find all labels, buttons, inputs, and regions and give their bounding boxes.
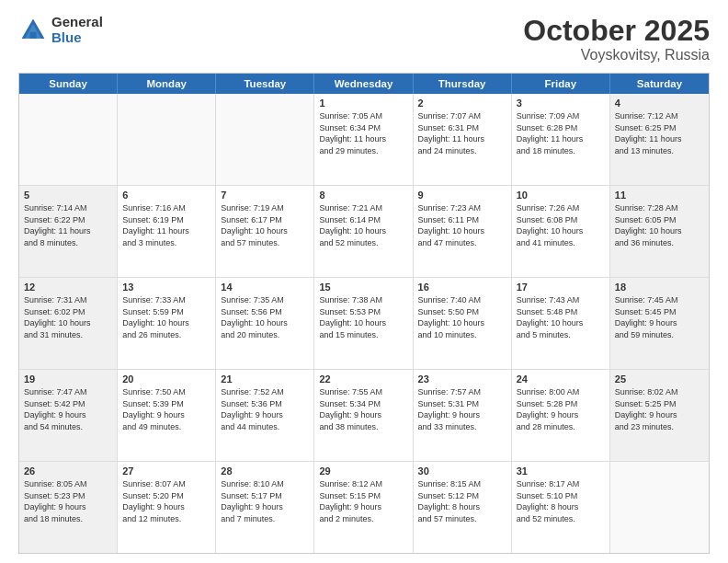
cell-line: Sunset: 5:50 PM: [418, 306, 506, 318]
cell-line: Daylight: 11 hours: [615, 133, 704, 145]
cal-cell: 4Sunrise: 7:12 AMSunset: 6:25 PMDaylight…: [610, 94, 709, 185]
cell-text: Sunrise: 7:12 AMSunset: 6:25 PMDaylight:…: [615, 110, 704, 156]
cell-text: Sunrise: 7:47 AMSunset: 5:42 PMDaylight:…: [24, 386, 112, 432]
day-number: 14: [221, 282, 309, 293]
cell-line: Sunset: 6:25 PM: [615, 122, 704, 134]
cal-row-1: 1Sunrise: 7:05 AMSunset: 6:34 PMDaylight…: [19, 94, 709, 186]
cell-line: and 3 minutes.: [122, 237, 210, 249]
logo-blue-text: Blue: [51, 30, 103, 46]
cell-line: and 54 minutes.: [24, 421, 112, 433]
cell-line: Daylight: 9 hours: [24, 409, 112, 421]
cell-line: Sunset: 5:56 PM: [221, 306, 309, 318]
cell-line: Daylight: 11 hours: [418, 133, 506, 145]
cell-line: Sunset: 6:31 PM: [418, 122, 506, 134]
cell-text: Sunrise: 7:16 AMSunset: 6:19 PMDaylight:…: [122, 202, 210, 248]
cell-text: Sunrise: 7:55 AMSunset: 5:34 PMDaylight:…: [319, 386, 407, 432]
cell-line: Sunrise: 7:38 AM: [319, 294, 407, 306]
cal-cell: [118, 94, 216, 185]
cell-line: Sunrise: 7:43 AM: [517, 294, 605, 306]
cell-line: and 5 minutes.: [517, 329, 605, 341]
cell-line: Daylight: 9 hours: [122, 409, 210, 421]
cal-cell: 22Sunrise: 7:55 AMSunset: 5:34 PMDayligh…: [314, 370, 413, 461]
cal-cell: [216, 94, 314, 185]
cell-line: Sunset: 5:17 PM: [221, 490, 309, 502]
cal-cell: 2Sunrise: 7:07 AMSunset: 6:31 PMDaylight…: [414, 94, 512, 185]
cell-line: Daylight: 9 hours: [319, 501, 407, 513]
cell-line: and 12 minutes.: [122, 513, 210, 525]
logo: General Blue: [18, 15, 103, 45]
cell-text: Sunrise: 7:45 AMSunset: 5:45 PMDaylight:…: [615, 294, 704, 340]
header-thursday: Thursday: [414, 74, 512, 94]
cell-text: Sunrise: 8:00 AMSunset: 5:28 PMDaylight:…: [517, 386, 605, 432]
cell-line: and 18 minutes.: [517, 145, 605, 157]
logo-icon: [18, 16, 48, 45]
header: General Blue October 2025 Voyskovitsy, R…: [18, 15, 710, 63]
day-number: 25: [615, 373, 704, 385]
cell-text: Sunrise: 8:15 AMSunset: 5:12 PMDaylight:…: [418, 478, 506, 524]
header-friday: Friday: [512, 74, 610, 94]
cal-cell: 11Sunrise: 7:28 AMSunset: 6:05 PMDayligh…: [610, 186, 709, 277]
cell-line: Sunrise: 7:50 AM: [122, 386, 210, 398]
cal-cell: 23Sunrise: 7:57 AMSunset: 5:31 PMDayligh…: [414, 370, 512, 461]
cell-line: and 18 minutes.: [24, 513, 112, 525]
day-number: 5: [24, 190, 112, 201]
cal-cell: 1Sunrise: 7:05 AMSunset: 6:34 PMDaylight…: [314, 94, 413, 185]
cell-line: and 28 minutes.: [517, 421, 605, 433]
cell-line: Daylight: 10 hours: [418, 317, 506, 329]
cell-line: Daylight: 9 hours: [24, 501, 112, 513]
cell-line: and 47 minutes.: [418, 237, 506, 249]
cell-text: Sunrise: 8:07 AMSunset: 5:20 PMDaylight:…: [122, 478, 210, 524]
cell-line: Sunset: 6:34 PM: [319, 122, 407, 134]
cell-line: Sunset: 5:39 PM: [122, 398, 210, 410]
day-number: 7: [221, 190, 309, 201]
cell-line: Daylight: 9 hours: [615, 317, 704, 329]
cell-line: Sunset: 5:31 PM: [418, 398, 506, 410]
calendar-body: 1Sunrise: 7:05 AMSunset: 6:34 PMDaylight…: [19, 94, 709, 553]
cell-line: Daylight: 8 hours: [517, 501, 605, 513]
cell-line: Sunset: 5:12 PM: [418, 490, 506, 502]
logo-general-text: General: [51, 15, 103, 30]
cell-text: Sunrise: 7:07 AMSunset: 6:31 PMDaylight:…: [418, 110, 506, 156]
cell-line: Sunrise: 7:12 AM: [615, 110, 704, 122]
cell-text: Sunrise: 7:09 AMSunset: 6:28 PMDaylight:…: [517, 110, 605, 156]
cell-line: and 36 minutes.: [615, 237, 704, 249]
day-number: 1: [319, 98, 407, 109]
header-sunday: Sunday: [19, 74, 118, 94]
cell-line: and 57 minutes.: [221, 237, 309, 249]
cal-cell: 30Sunrise: 8:15 AMSunset: 5:12 PMDayligh…: [414, 462, 512, 553]
cell-line: Sunrise: 8:02 AM: [615, 386, 704, 398]
cell-line: Daylight: 10 hours: [319, 317, 407, 329]
title-block: October 2025 Voyskovitsy, Russia: [523, 15, 710, 63]
cal-cell: [19, 94, 118, 185]
day-number: 20: [122, 373, 210, 385]
cell-line: and 38 minutes.: [319, 421, 407, 433]
cell-text: Sunrise: 7:31 AMSunset: 6:02 PMDaylight:…: [24, 294, 112, 340]
cell-text: Sunrise: 8:17 AMSunset: 5:10 PMDaylight:…: [517, 478, 605, 524]
cal-cell: 13Sunrise: 7:33 AMSunset: 5:59 PMDayligh…: [118, 278, 216, 369]
cell-line: Daylight: 11 hours: [517, 133, 605, 145]
cell-line: Sunrise: 7:33 AM: [122, 294, 210, 306]
cell-line: Daylight: 10 hours: [221, 317, 309, 329]
cell-line: Daylight: 11 hours: [319, 133, 407, 145]
cell-line: Sunrise: 8:00 AM: [517, 386, 605, 398]
cal-cell: 7Sunrise: 7:19 AMSunset: 6:17 PMDaylight…: [216, 186, 314, 277]
day-number: 6: [122, 190, 210, 201]
cell-line: Sunrise: 8:05 AM: [24, 478, 112, 490]
cell-line: Sunrise: 7:57 AM: [418, 386, 506, 398]
cell-line: Sunrise: 7:55 AM: [319, 386, 407, 398]
cell-text: Sunrise: 7:21 AMSunset: 6:14 PMDaylight:…: [319, 202, 407, 248]
cell-line: Sunset: 6:05 PM: [615, 214, 704, 226]
header-wednesday: Wednesday: [314, 74, 413, 94]
cell-line: and 24 minutes.: [418, 145, 506, 157]
day-number: 24: [517, 373, 605, 385]
cell-line: Sunset: 6:02 PM: [24, 306, 112, 318]
cell-text: Sunrise: 7:19 AMSunset: 6:17 PMDaylight:…: [221, 202, 309, 248]
cal-cell: 12Sunrise: 7:31 AMSunset: 6:02 PMDayligh…: [19, 278, 118, 369]
day-number: 26: [24, 465, 112, 477]
cell-text: Sunrise: 8:10 AMSunset: 5:17 PMDaylight:…: [221, 478, 309, 524]
cell-line: Sunset: 5:20 PM: [122, 490, 210, 502]
day-number: 3: [517, 98, 605, 109]
cell-line: Daylight: 10 hours: [122, 317, 210, 329]
cell-line: Sunset: 5:25 PM: [615, 398, 704, 410]
cal-cell: 20Sunrise: 7:50 AMSunset: 5:39 PMDayligh…: [118, 370, 216, 461]
